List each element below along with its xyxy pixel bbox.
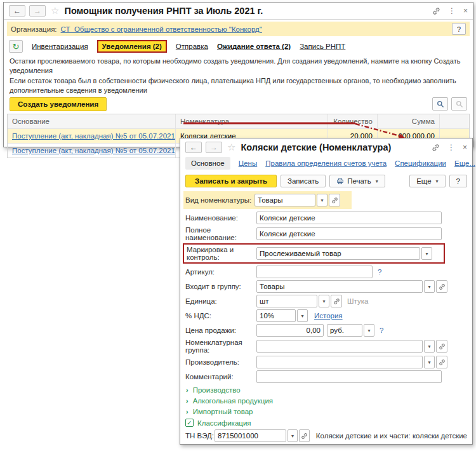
classification-toggle[interactable]: ✓ Классификация xyxy=(185,419,467,427)
chain-icon xyxy=(301,433,308,440)
organization-bar: Организация: СТ_Общество с ограниченной … xyxy=(7,22,470,36)
tab-prices[interactable]: Цены xyxy=(239,159,258,167)
header-basis[interactable]: Основание xyxy=(8,114,176,128)
tab-notifications[interactable]: Уведомления (2) xyxy=(97,40,167,53)
tab-specifications[interactable]: Спецификации xyxy=(395,159,446,167)
open-link-button[interactable] xyxy=(331,295,342,307)
field-row-manufacturer: Производитель: ▾ xyxy=(185,356,467,368)
search-button[interactable] xyxy=(432,97,448,111)
organization-label: Организация: xyxy=(11,25,57,33)
cancel-search-icon xyxy=(456,100,463,108)
create-notifications-button[interactable]: Создать уведомления xyxy=(10,97,107,111)
more-menu-icon[interactable]: ⋮ xyxy=(447,143,455,152)
forward-button[interactable]: → xyxy=(206,142,222,153)
full-name-label: Полное наименование: xyxy=(185,226,256,241)
open-link-button[interactable] xyxy=(436,280,447,293)
checkbox-checked-icon[interactable]: ✓ xyxy=(185,419,194,427)
close-icon[interactable]: × xyxy=(463,6,468,15)
tab-main[interactable]: Основное xyxy=(185,157,230,170)
dropdown-button[interactable]: ▾ xyxy=(424,280,435,293)
print-button[interactable]: Печать ▾ xyxy=(329,175,385,187)
get-link-icon[interactable] xyxy=(432,144,440,152)
header-quantity[interactable]: Количество xyxy=(328,114,378,128)
field-row-marking: Маркировка и контроль: ▾ xyxy=(183,243,445,264)
unit-input[interactable] xyxy=(256,295,317,307)
open-link-button[interactable] xyxy=(299,429,310,442)
w1-help-button[interactable]: ? xyxy=(452,23,466,35)
article-help-link[interactable]: ? xyxy=(378,268,381,276)
favorite-star-icon[interactable]: ☆ xyxy=(51,5,59,17)
article-input[interactable] xyxy=(256,266,373,278)
field-row-kind: Вид номенклатуры: ▾ xyxy=(183,191,352,209)
dropdown-button[interactable]: ▾ xyxy=(364,324,374,337)
price-input[interactable] xyxy=(256,324,324,337)
search-icon xyxy=(437,100,444,108)
refresh-button[interactable]: ↻ xyxy=(9,40,23,53)
table-header-row: Основание Номенклатура Количество Сумма xyxy=(8,114,469,129)
cancel-search-button[interactable] xyxy=(451,97,467,111)
description-line-2: Если остаток товара был в собственности … xyxy=(4,75,473,95)
full-name-input[interactable] xyxy=(256,227,442,240)
chevron-right-icon: › xyxy=(186,397,188,405)
vat-input[interactable] xyxy=(256,309,296,322)
chain-icon xyxy=(439,343,446,350)
tab-more[interactable]: Еще...▾ xyxy=(454,159,476,167)
field-row-full-name: Полное наименование: xyxy=(185,226,467,241)
nom-group-input[interactable] xyxy=(256,340,423,353)
manufacturer-input[interactable] xyxy=(256,356,423,368)
tnved-input[interactable] xyxy=(215,429,286,442)
section-production[interactable]: › Производство xyxy=(186,386,467,394)
chain-icon xyxy=(439,359,446,366)
get-link-icon[interactable] xyxy=(432,7,440,15)
price-help-link[interactable]: ? xyxy=(380,327,383,334)
w2-title: Коляски детские (Номенклатура) xyxy=(241,142,391,152)
favorite-star-icon[interactable]: ☆ xyxy=(227,142,235,153)
organization-link[interactable]: СТ_Общество с ограниченной ответственнос… xyxy=(61,25,262,33)
dropdown-button[interactable]: ▾ xyxy=(424,356,435,368)
tab-rnpt-record[interactable]: Запись РНПТ xyxy=(300,43,345,50)
dropdown-button[interactable]: ▾ xyxy=(317,194,327,206)
printer-icon xyxy=(336,177,344,185)
basis-link[interactable]: Поступление (акт, накладная) №5 от 05.07… xyxy=(12,132,175,140)
section-imported[interactable]: › Импортный товар xyxy=(186,408,467,415)
tab-inventory[interactable]: Инвентаризация xyxy=(32,43,88,50)
chain-icon xyxy=(331,197,338,204)
desktop: ← → ☆ Помощник получения РНПТ за Июль 20… xyxy=(0,0,476,458)
open-link-button[interactable] xyxy=(436,356,447,368)
tab-sending[interactable]: Отправка xyxy=(176,43,208,50)
close-icon[interactable]: × xyxy=(463,143,467,152)
nomenclature-card-window: ← → ☆ Коляски детские (Номенклатура) ⋮ ×… xyxy=(180,138,473,445)
marking-input[interactable] xyxy=(256,247,420,260)
more-menu-icon[interactable]: ⋮ xyxy=(448,6,456,15)
group-input[interactable] xyxy=(256,280,423,293)
manufacturer-label: Производитель: xyxy=(185,358,256,366)
header-nomenclature[interactable]: Номенклатура xyxy=(176,114,328,128)
dropdown-button[interactable]: ▾ xyxy=(424,340,435,353)
field-row-unit: Единица: ▾ Штука xyxy=(185,295,467,307)
dropdown-button[interactable]: ▾ xyxy=(288,429,298,442)
basis-link[interactable]: Поступление (акт, накладная) №5 от 05.07… xyxy=(12,147,175,154)
open-link-button[interactable] xyxy=(436,340,447,353)
dropdown-button[interactable]: ▾ xyxy=(421,247,432,260)
comment-input[interactable] xyxy=(256,370,442,383)
currency-input[interactable] xyxy=(327,324,362,337)
tab-awaiting-reply[interactable]: Ожидание ответа (2) xyxy=(217,43,291,50)
kind-input[interactable] xyxy=(255,194,315,206)
w2-help-button[interactable]: ? xyxy=(449,175,467,187)
save-button[interactable]: Записать xyxy=(281,175,326,187)
back-button[interactable]: ← xyxy=(9,5,25,17)
back-button[interactable]: ← xyxy=(185,142,202,153)
w1-title: Помощник получения РНПТ за Июль 2021 г. xyxy=(64,6,263,16)
name-input[interactable] xyxy=(256,212,442,224)
section-alcohol[interactable]: › Алкогольная продукция xyxy=(186,397,467,405)
vat-history-link[interactable]: История xyxy=(314,312,343,320)
dropdown-button[interactable]: ▾ xyxy=(319,295,329,307)
more-button[interactable]: Еще ▾ xyxy=(409,175,445,187)
open-link-button[interactable] xyxy=(329,194,340,206)
chevron-right-icon: › xyxy=(186,386,188,394)
save-and-close-button[interactable]: Записать и закрыть xyxy=(185,175,277,187)
dropdown-button[interactable]: ▾ xyxy=(297,309,308,322)
forward-button[interactable]: → xyxy=(29,5,46,17)
tab-account-rules[interactable]: Правила определения счетов учета xyxy=(265,159,387,167)
header-sum[interactable]: Сумма xyxy=(378,114,440,128)
